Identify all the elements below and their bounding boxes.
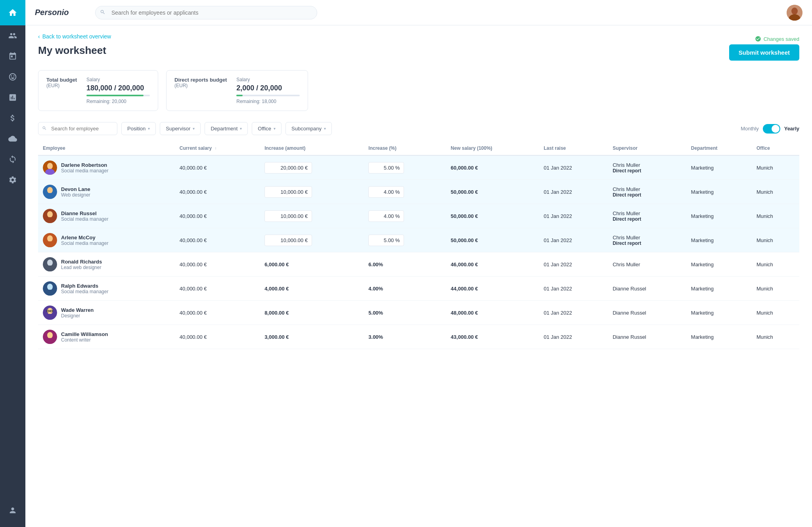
employee-cell-2: Dianne Russel Social media manager bbox=[38, 204, 175, 228]
last-raise-header: Last raise bbox=[539, 141, 608, 155]
sidebar-item-profile[interactable] bbox=[0, 500, 25, 521]
sidebar-item-calendar[interactable] bbox=[0, 46, 25, 67]
filters-row: Position ▾ Supervisor ▾ Department ▾ Off… bbox=[38, 122, 799, 135]
increase-pct-cell[interactable] bbox=[364, 204, 446, 228]
department-cell: Marketing bbox=[686, 204, 752, 228]
home-icon[interactable] bbox=[0, 0, 25, 25]
increase-amount-cell: 4,000.00 € bbox=[260, 277, 364, 301]
sidebar-item-sync[interactable] bbox=[0, 149, 25, 170]
office-filter-button[interactable]: Office ▾ bbox=[252, 122, 282, 135]
yearly-label: Yearly bbox=[784, 126, 799, 132]
increase-amount-value: 4,000.00 € bbox=[264, 286, 289, 292]
increase-pct-input[interactable] bbox=[368, 186, 404, 198]
total-budget-remaining: Remaining: 20,000 bbox=[86, 99, 150, 104]
current-salary-cell: 40,000.00 € bbox=[175, 252, 260, 277]
table-row: Ronald Richards Lead web designer 40,000… bbox=[38, 252, 799, 277]
supervisor-chevron-icon: ▾ bbox=[193, 126, 195, 131]
svg-point-4 bbox=[47, 163, 53, 169]
employee-cell-7: Camille Williamson Content writer bbox=[38, 325, 175, 349]
increase-amount-input[interactable] bbox=[264, 210, 312, 222]
increase-pct-input[interactable] bbox=[368, 210, 404, 222]
sort-icon: ↑ bbox=[215, 146, 217, 151]
position-filter-button[interactable]: Position ▾ bbox=[121, 122, 156, 135]
subcompany-filter-button[interactable]: Subcompany ▾ bbox=[285, 122, 332, 135]
last-raise-cell: 01 Jan 2022 bbox=[539, 228, 608, 252]
office-cell: Munich bbox=[752, 228, 799, 252]
avatar bbox=[43, 257, 57, 271]
period-toggle[interactable] bbox=[763, 124, 780, 134]
increase-pct-cell[interactable] bbox=[364, 155, 446, 180]
sidebar-item-compensation[interactable] bbox=[0, 108, 25, 128]
submit-worksheet-button[interactable]: Submit worksheet bbox=[729, 44, 799, 61]
table-row: Devon Lane Web designer 40,000.00 € 50,0… bbox=[38, 180, 799, 204]
employee-role: Social media manager bbox=[61, 289, 108, 294]
sidebar-item-feedback[interactable] bbox=[0, 67, 25, 87]
increase-pct-cell[interactable] bbox=[364, 180, 446, 204]
employee-role: Content writer bbox=[61, 337, 108, 343]
new-salary-cell: 50,000.00 € bbox=[446, 204, 539, 228]
direct-budget-label: Direct reports budget bbox=[174, 77, 227, 83]
increase-pct-value: 5.00% bbox=[368, 310, 383, 316]
total-budget-label: Total budget bbox=[46, 77, 77, 83]
total-budget-card: Total budget (EUR) Salary 180,000 / 200,… bbox=[38, 70, 158, 111]
toggle-knob bbox=[772, 125, 779, 133]
direct-budget-remaining: Remaining: 18,000 bbox=[236, 99, 300, 104]
increase-amount-cell[interactable] bbox=[260, 204, 364, 228]
svg-point-13 bbox=[47, 235, 53, 242]
increase-amount-cell[interactable] bbox=[260, 228, 364, 252]
total-budget-currency: (EUR) bbox=[46, 83, 77, 88]
employee-cell-1: Devon Lane Web designer bbox=[38, 180, 175, 204]
current-salary-cell: 40,000.00 € bbox=[175, 301, 260, 325]
new-salary-cell: 50,000.00 € bbox=[446, 180, 539, 204]
increase-pct-cell: 4.00% bbox=[364, 277, 446, 301]
department-cell: Marketing bbox=[686, 252, 752, 277]
employee-role: Lead web designer bbox=[61, 265, 102, 270]
sidebar-item-settings[interactable] bbox=[0, 170, 25, 190]
user-avatar[interactable] bbox=[787, 5, 802, 21]
department-cell: Marketing bbox=[686, 301, 752, 325]
increase-amount-input[interactable] bbox=[264, 162, 312, 174]
supervisor-cell: Chris Muller Direct report bbox=[608, 204, 686, 228]
increase-pct-input[interactable] bbox=[368, 162, 404, 174]
sidebar-item-cloud[interactable] bbox=[0, 128, 25, 149]
increase-pct-value: 4.00% bbox=[368, 286, 383, 292]
office-header: Office bbox=[752, 141, 799, 155]
avatar bbox=[43, 160, 57, 175]
office-cell: Munich bbox=[752, 325, 799, 349]
department-cell: Marketing bbox=[686, 325, 752, 349]
increase-amount-input[interactable] bbox=[264, 186, 312, 198]
employee-cell-4: Ronald Richards Lead web designer bbox=[38, 252, 175, 277]
last-raise-cell: 01 Jan 2022 bbox=[539, 325, 608, 349]
sidebar-item-people[interactable] bbox=[0, 25, 25, 46]
new-salary-cell: 48,000.00 € bbox=[446, 301, 539, 325]
current-salary-header: Current salary ↑ bbox=[175, 141, 260, 155]
table-row: Ralph Edwards Social media manager 40,00… bbox=[38, 277, 799, 301]
avatar bbox=[43, 281, 57, 296]
sidebar-item-reports[interactable] bbox=[0, 87, 25, 108]
current-salary-cell: 40,000.00 € bbox=[175, 155, 260, 180]
increase-amount-cell[interactable] bbox=[260, 180, 364, 204]
search-input[interactable] bbox=[95, 6, 317, 19]
increase-pct-value: 6.00% bbox=[368, 262, 383, 267]
increase-pct-cell[interactable] bbox=[364, 228, 446, 252]
last-raise-cell: 01 Jan 2022 bbox=[539, 301, 608, 325]
breadcrumb[interactable]: ‹ Back to worksheet overview bbox=[38, 33, 111, 40]
last-raise-cell: 01 Jan 2022 bbox=[539, 155, 608, 180]
supervisor-filter-button[interactable]: Supervisor ▾ bbox=[160, 122, 201, 135]
employee-name: Ralph Edwards bbox=[61, 283, 108, 289]
increase-amount-input[interactable] bbox=[264, 235, 312, 246]
department-filter-button[interactable]: Department ▾ bbox=[205, 122, 248, 135]
new-salary-header: New salary (100%) bbox=[446, 141, 539, 155]
current-salary-cell: 40,000.00 € bbox=[175, 228, 260, 252]
supervisor-cell: Chris Muller Direct report bbox=[608, 155, 686, 180]
increase-pct-input[interactable] bbox=[368, 235, 404, 246]
increase-amount-cell[interactable] bbox=[260, 155, 364, 180]
department-cell: Marketing bbox=[686, 277, 752, 301]
increase-pct-header: Increase (%) bbox=[364, 141, 446, 155]
new-salary-cell: 43,000.00 € bbox=[446, 325, 539, 349]
svg-point-1 bbox=[791, 8, 798, 15]
search-employee-input[interactable] bbox=[38, 122, 117, 135]
last-raise-cell: 01 Jan 2022 bbox=[539, 204, 608, 228]
position-chevron-icon: ▾ bbox=[148, 126, 150, 131]
employee-name: Ronald Richards bbox=[61, 259, 102, 265]
